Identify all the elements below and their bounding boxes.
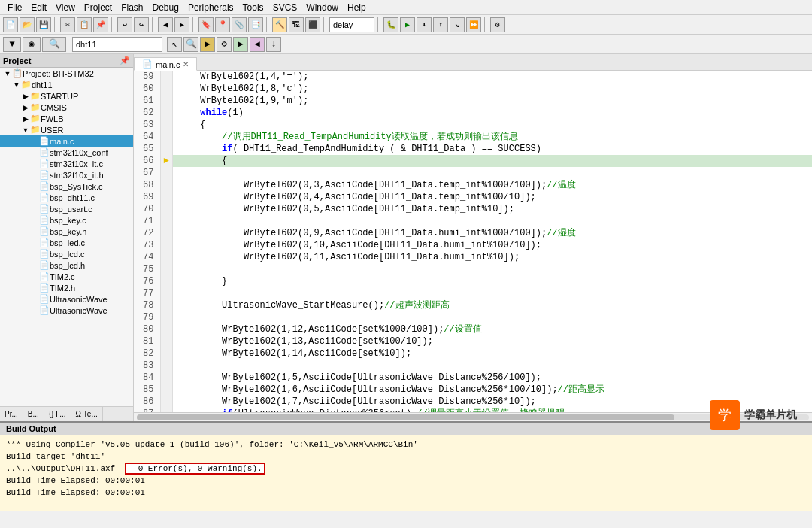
tree-item-user[interactable]: ▼ 📁 USER xyxy=(0,124,133,135)
tree-item-usart[interactable]: 📄 bsp_usart.c xyxy=(0,203,133,214)
bookmark2-btn[interactable]: 📍 xyxy=(215,17,230,32)
menu-svcs[interactable]: SVCS xyxy=(268,0,302,14)
tree-item-systick[interactable]: 📄 bsp_SysTick.c xyxy=(0,181,133,192)
file-tab-close[interactable]: ✕ xyxy=(183,60,189,68)
redo-btn[interactable]: ↪ xyxy=(134,17,149,32)
menu-edit[interactable]: Edit xyxy=(26,0,51,14)
tree-item-project[interactable]: ▼ 📋 Project: BH-STM32 xyxy=(0,68,133,79)
tree-item-startup[interactable]: ▶ 📁 STARTUP xyxy=(0,90,133,102)
run-btn[interactable]: ▶ xyxy=(400,17,415,32)
line-content[interactable]: while(1) xyxy=(172,107,812,119)
stop-btn[interactable]: ⬛ xyxy=(305,17,320,32)
tree-item-keyc[interactable]: 📄 bsp_key.c xyxy=(0,214,133,226)
tab-templates[interactable]: Ω Te... xyxy=(71,407,103,421)
nav-back-btn[interactable]: ◀ xyxy=(158,17,173,32)
line-content[interactable]: WrBytel602(1,12,AsciiCode[set%1000/100])… xyxy=(172,323,812,335)
tab-books[interactable]: B... xyxy=(23,407,44,421)
line-content[interactable]: WrBytel602(1,13,AsciiCode[set%100/10]); xyxy=(172,335,812,347)
nav-fwd-btn[interactable]: ▶ xyxy=(174,17,189,32)
tab-funcs[interactable]: {} F... xyxy=(44,407,71,421)
menu-debug[interactable]: Debug xyxy=(148,0,183,14)
toolbar2-btn1[interactable]: ▼ xyxy=(3,37,21,52)
line-content[interactable]: WrBytel602(0,11,AsciiCode[DHT11_Data.hum… xyxy=(172,251,812,263)
stop2-btn[interactable]: ◀ xyxy=(250,37,265,52)
build2-btn[interactable]: ▶ xyxy=(200,37,215,52)
menu-tools[interactable]: Tools xyxy=(238,0,268,14)
line-content[interactable]: { xyxy=(172,119,812,131)
paste-btn[interactable]: 📌 xyxy=(93,17,108,32)
line-content[interactable]: UltrasonicWave_StartMeasure();//超声波测距高 xyxy=(172,299,812,311)
tree-item-dht11[interactable]: ▼ 📁 dht11 xyxy=(0,79,133,90)
tree-item-lcdh[interactable]: 📄 bsp_lcd.h xyxy=(0,259,133,271)
menu-view[interactable]: View xyxy=(51,0,80,14)
tree-item-mainc[interactable]: 📄 main.c xyxy=(0,135,133,147)
runto-btn[interactable]: ⏩ xyxy=(466,17,481,32)
line-content[interactable]: } xyxy=(172,275,812,287)
code-editor[interactable]: 59 WrBytel602(1,4,'=');60 WrBytel602(1,8… xyxy=(134,71,812,412)
line-content[interactable]: WrBytel602(1,5,AsciiCode[UltrasonicWave_… xyxy=(172,372,812,384)
tree-item-fwlb[interactable]: ▶ 📁 FWLB xyxy=(0,113,133,124)
tree-item-ith[interactable]: 📄 stm32f10x_it.h xyxy=(0,169,133,181)
line-content[interactable] xyxy=(172,360,812,372)
tree-item-cmsis[interactable]: ▶ 📁 CMSIS xyxy=(0,102,133,113)
line-content[interactable] xyxy=(172,167,812,179)
line-content[interactable]: WrBytel602(1,14,AsciiCode[set%10]); xyxy=(172,347,812,360)
bookmark-btn[interactable]: 🔖 xyxy=(198,17,214,32)
line-content[interactable]: WrBytel602(0,10,AsciiCode[DHT11_Data.hum… xyxy=(172,239,812,251)
line-content[interactable]: WrBytel602(1,4,'='); xyxy=(172,71,812,83)
file-tab-mainc[interactable]: 📄 main.c ✕ xyxy=(134,57,197,71)
line-content[interactable] xyxy=(172,263,812,275)
line-content[interactable]: WrBytel602(0,5,AsciiCode[DHT11_Data.temp… xyxy=(172,203,812,215)
target-input[interactable] xyxy=(72,37,162,52)
build-output-content[interactable]: *** Using Compiler 'V5.05 update 1 (buil… xyxy=(0,435,812,511)
select-btn[interactable]: ↖ xyxy=(167,37,182,52)
save-btn[interactable]: 💾 xyxy=(36,17,51,32)
tree-item-conf[interactable]: 📄 stm32f10x_conf xyxy=(0,147,133,158)
toolbar2-btn2[interactable]: ◉ xyxy=(23,37,41,52)
delay-input[interactable] xyxy=(329,17,374,32)
search-btn[interactable]: 🔍 xyxy=(183,37,198,52)
menu-file[interactable]: File xyxy=(3,0,26,14)
undo-btn[interactable]: ↩ xyxy=(117,17,132,32)
tree-item-tim2h[interactable]: 📄 TIM2.h xyxy=(0,282,133,293)
line-content[interactable]: WrBytel602(0,4,AsciiCode[DHT11_Data.temp… xyxy=(172,191,812,203)
tree-item-itc[interactable]: 📄 stm32f10x_it.c xyxy=(0,158,133,169)
line-content[interactable] xyxy=(172,287,812,299)
debug-btn[interactable]: 🐛 xyxy=(383,17,398,32)
toolbar2-btn3[interactable]: 🔍 xyxy=(42,37,66,52)
tree-item-ledc[interactable]: 📄 bsp_led.c xyxy=(0,237,133,248)
cut-btn[interactable]: ✂ xyxy=(60,17,75,32)
menu-peripherals[interactable]: Peripherals xyxy=(183,0,238,14)
bookmark4-btn[interactable]: 📑 xyxy=(248,17,263,32)
line-content[interactable] xyxy=(172,215,812,227)
dl-btn[interactable]: ↓ xyxy=(266,37,281,52)
project-pin-icon[interactable]: 📌 xyxy=(120,56,130,65)
line-content[interactable]: WrBytel602(0,9,AsciiCode[DHT11_Data.humi… xyxy=(172,227,812,239)
tree-item-lcdc[interactable]: 📄 bsp_lcd.c xyxy=(0,248,133,259)
bookmark3-btn[interactable]: 📎 xyxy=(232,17,247,32)
tree-item-tim2c[interactable]: 📄 TIM2.c xyxy=(0,271,133,282)
line-content[interactable]: WrBytel602(0,3,AsciiCode[DHT11_Data.temp… xyxy=(172,179,812,191)
tree-item-ultrasonic1[interactable]: 📄 UltrasonicWave xyxy=(0,293,133,305)
step-out-btn[interactable]: ⬆ xyxy=(433,17,448,32)
line-content[interactable]: if( DHT11_Read_TempAndHumidity ( & DHT11… xyxy=(172,143,812,155)
tree-item-ultrasonic2[interactable]: 📄 UltrasonicWave xyxy=(0,305,133,316)
go-btn[interactable]: ▶ xyxy=(233,37,248,52)
tree-item-dht11c[interactable]: 📄 bsp_dht11.c xyxy=(0,192,133,203)
step-btn[interactable]: ↘ xyxy=(450,17,465,32)
menu-project[interactable]: Project xyxy=(80,0,117,14)
line-content[interactable]: { xyxy=(172,155,812,167)
rebuild-btn[interactable]: 🏗 xyxy=(289,17,304,32)
tab-project[interactable]: Pr... xyxy=(0,407,23,421)
new-btn[interactable]: 📄 xyxy=(3,17,18,32)
menu-flash[interactable]: Flash xyxy=(117,0,147,14)
menu-window[interactable]: Window xyxy=(301,0,343,14)
line-content[interactable]: WrBytel602(1,9,'m'); xyxy=(172,95,812,107)
line-content[interactable]: //调用DHT11_Read_TempAndHumidity读取温度，若成功则输… xyxy=(172,131,812,143)
step-in-btn[interactable]: ⬇ xyxy=(417,17,432,32)
line-content[interactable]: WrBytel602(1,8,'c'); xyxy=(172,83,812,95)
settings-btn[interactable]: ⚙ xyxy=(490,17,505,32)
copy-btn[interactable]: 📋 xyxy=(77,17,92,32)
build-btn[interactable]: 🔨 xyxy=(272,17,287,32)
open-btn[interactable]: 📂 xyxy=(20,17,35,32)
